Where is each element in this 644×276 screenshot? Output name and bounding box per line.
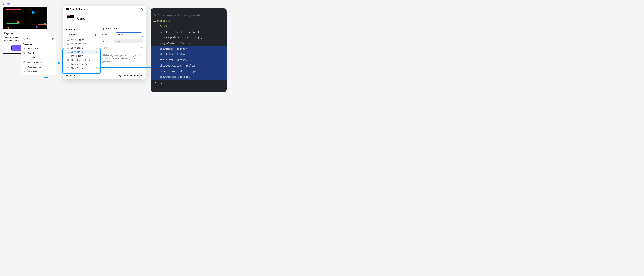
code-line: modifier: Modifier = Modifier, [154,29,206,35]
property-label: Show Image [28,47,38,49]
svg-point-49 [142,47,143,48]
component-icon [23,38,25,40]
parameter-item[interactable]: card-tapped [64,38,99,42]
eye-icon [23,70,26,73]
properties-panel: Card Properties Show Image Show Title Ti… [20,36,56,75]
properties-section-label: Properties [23,43,32,45]
code-line: imageContent: Painter, [154,41,193,46]
parameter-label: image-content [71,43,86,45]
card-title: Figma [4,32,46,35]
target-icon[interactable] [141,46,144,49]
svg-point-14 [24,48,24,49]
parameter-item[interactable]: image-content [64,42,99,46]
relay-logo-icon: </> [66,8,68,11]
svg-point-21 [24,71,24,72]
svg-rect-0 [3,3,4,4]
relay-component-title: Card [77,16,85,21]
plus-icon[interactable] [52,43,54,45]
code-closing: ){...} [154,81,162,84]
help-text: This is a Figma component property. It w… [102,54,144,63]
layer-label: Layer [102,46,112,49]
svg-rect-5 [23,39,24,40]
props-panel-title: Card [26,38,31,40]
code-line-highlighted: showImage: Boolean, [150,46,226,52]
adjust-icon[interactable] [52,38,54,40]
svg-point-27 [68,43,68,44]
share-button[interactable]: Share with developer [119,74,143,77]
code-panel: // This composable was generated.. @Comp… [150,9,226,92]
property-label: Property [102,40,112,42]
parameters-section-label: Parameters [66,33,77,36]
layer-value: Title [114,45,139,50]
text-icon [23,66,26,68]
svg-point-55 [120,75,121,75]
name-label: Name [102,34,112,36]
detail-title: Show Title [106,28,117,30]
plus-icon[interactable] [94,34,96,36]
property-label: Show Title [28,52,36,54]
property-item[interactable]: Title text [21,55,56,60]
eye-icon [23,47,26,49]
svg-point-56 [120,76,121,77]
flow-arrow [102,67,156,68]
property-item[interactable]: Show Title [21,51,56,55]
eye-icon [23,52,26,54]
svg-line-57 [120,75,120,75]
component-icon [2,3,5,5]
share-label: Share with developer [123,74,143,77]
summary-section-label[interactable]: Summary [64,28,99,33]
kebab-menu-icon[interactable]: ⋮ [141,17,144,20]
callout-bracket [44,48,48,78]
property-label: Description Text [28,66,41,68]
image-icon [67,43,69,45]
component-name: Card [6,3,10,5]
code-line-highlighted: descriptionText: String, [150,68,226,74]
property-item[interactable]: Show Description [21,60,56,65]
property-label: Show Button [28,70,38,73]
property-item[interactable]: Show Image [21,46,56,51]
code-keyword: fun [154,25,158,28]
svg-rect-6 [24,39,25,40]
code-line-highlighted: showDescription: Boolean, [150,63,226,69]
figma-component-label: Card [2,3,10,5]
code-fn-name: Card [160,25,166,28]
svg-point-15 [24,53,24,53]
text-icon [23,56,26,59]
code-line-highlighted: titleText: String, [150,57,226,63]
property-label: Show Description [28,61,43,63]
code-comment: // This composable was generated.. [154,14,206,17]
svg-point-54 [119,75,120,76]
svg-point-18 [24,62,24,62]
component-thumbnail: Figma A collaborative design tool for te… [66,14,74,23]
eye-icon [23,61,26,63]
name-input[interactable]: Show Title [114,32,144,37]
property-item[interactable]: Description Text [21,65,56,69]
code-annotation: @Composable [154,20,170,22]
callout-box [62,48,101,74]
status-text: No errors [66,74,76,77]
close-icon[interactable] [141,8,144,10]
svg-point-9 [52,39,53,39]
share-icon [119,75,121,77]
svg-rect-1 [2,4,3,4]
svg-rect-2 [4,4,5,4]
svg-point-48 [103,29,104,29]
property-value: visible [114,39,144,43]
svg-point-11 [53,39,54,40]
parameter-label: card-tapped [71,39,84,41]
svg-line-58 [120,76,120,76]
svg-rect-26 [67,43,69,45]
property-item[interactable]: Show Button [21,69,56,74]
property-label: Title text [28,57,35,59]
code-line: cardTapped: () -> Unit = {}, [154,35,202,41]
svg-rect-7 [24,40,24,40]
code-line-highlighted: showTitle: Boolean, [150,52,226,57]
svg-rect-4 [24,38,24,39]
flow-arrow [52,63,60,63]
tap-icon [67,39,69,41]
svg-rect-3 [3,4,4,5]
code-line-highlighted: showButton: Boolean, [150,74,226,80]
relay-app-name: Relay for Figma [70,8,85,10]
eye-icon [102,28,104,30]
card-hero-image [4,7,47,30]
